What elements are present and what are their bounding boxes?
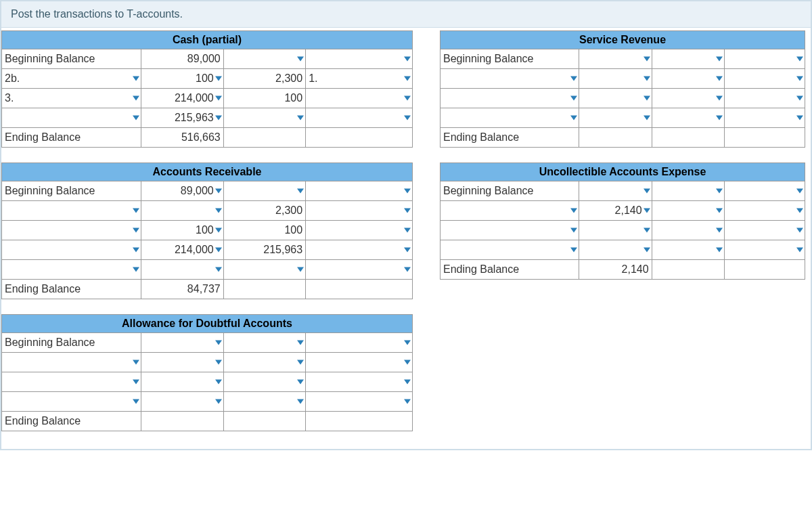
debit-label-cell[interactable]: Beginning Balance xyxy=(2,333,141,353)
debit-label-cell[interactable]: Beginning Balance xyxy=(441,49,579,69)
debit-amount-cell[interactable] xyxy=(579,89,652,108)
debit-label-cell[interactable]: Beginning Balance xyxy=(2,49,141,69)
credit-amount-cell[interactable]: 100 xyxy=(223,221,305,240)
debit-amount-cell[interactable] xyxy=(579,108,652,128)
debit-label-cell[interactable]: 2b. xyxy=(2,69,141,89)
credit-amount-cell[interactable] xyxy=(223,392,305,412)
credit-amount-cell[interactable] xyxy=(223,353,305,372)
ending-debit-cell[interactable] xyxy=(141,412,223,431)
debit-label-cell[interactable] xyxy=(2,221,141,240)
ending-debit-cell[interactable]: 2,140 xyxy=(579,260,652,280)
credit-label-cell[interactable] xyxy=(725,108,805,128)
credit-label-cell[interactable] xyxy=(725,89,805,108)
credit-amount-cell[interactable] xyxy=(652,49,725,69)
credit-label-cell[interactable] xyxy=(306,392,413,412)
debit-label-cell[interactable] xyxy=(441,69,579,89)
ending-credit-cell[interactable] xyxy=(223,412,305,431)
credit-amount-cell[interactable] xyxy=(652,201,725,221)
debit-label-cell[interactable] xyxy=(2,260,141,280)
ending-debit-cell[interactable] xyxy=(579,128,652,148)
t-account-table: Beginning Balance 2,140 xyxy=(440,181,805,280)
credit-label-cell[interactable] xyxy=(306,333,413,353)
debit-label-cell[interactable]: Beginning Balance xyxy=(441,181,579,201)
credit-label-cell[interactable] xyxy=(306,260,413,280)
debit-label-cell[interactable] xyxy=(2,353,141,372)
credit-label-cell[interactable] xyxy=(306,49,413,69)
credit-label-cell[interactable]: 1. xyxy=(306,69,413,89)
credit-amount-cell[interactable] xyxy=(223,372,305,392)
credit-label-cell[interactable] xyxy=(725,201,805,221)
ending-credit-cell[interactable] xyxy=(223,280,305,299)
debit-amount-cell[interactable] xyxy=(579,69,652,89)
credit-amount-cell[interactable] xyxy=(652,108,725,128)
debit-amount-cell[interactable] xyxy=(141,201,223,221)
debit-amount-cell[interactable] xyxy=(579,181,652,201)
table-row xyxy=(441,69,805,89)
credit-label-cell[interactable] xyxy=(306,201,413,221)
debit-label-cell[interactable] xyxy=(441,201,579,221)
debit-amount-cell[interactable]: 100 xyxy=(141,221,223,240)
debit-amount-cell[interactable]: 214,000 xyxy=(141,240,223,260)
credit-amount-cell[interactable] xyxy=(223,260,305,280)
debit-label-cell[interactable] xyxy=(441,108,579,128)
credit-label-cell[interactable] xyxy=(306,181,413,201)
credit-label-cell[interactable] xyxy=(725,181,805,201)
debit-label-cell[interactable] xyxy=(2,392,141,412)
credit-label-cell[interactable] xyxy=(306,89,413,108)
credit-amount-cell[interactable] xyxy=(652,69,725,89)
ending-credit-cell[interactable] xyxy=(223,128,305,148)
credit-amount-cell[interactable] xyxy=(223,108,305,128)
debit-label-cell[interactable]: Beginning Balance xyxy=(2,181,141,201)
credit-label-cell[interactable] xyxy=(306,221,413,240)
debit-amount-cell[interactable]: 100 xyxy=(141,69,223,89)
credit-amount-cell[interactable] xyxy=(652,89,725,108)
debit-label-cell[interactable] xyxy=(2,372,141,392)
debit-amount-cell[interactable] xyxy=(579,49,652,69)
ending-credit-cell[interactable] xyxy=(652,260,725,280)
ending-debit-cell[interactable]: 84,737 xyxy=(141,280,223,299)
instruction-text: Post the transactions to T-accounts. xyxy=(1,1,811,28)
debit-amount-cell[interactable] xyxy=(141,392,223,412)
debit-amount-cell[interactable] xyxy=(141,333,223,353)
credit-amount-cell[interactable] xyxy=(223,181,305,201)
credit-label-cell[interactable] xyxy=(725,69,805,89)
credit-amount-cell[interactable]: 2,300 xyxy=(223,69,305,89)
debit-label-cell[interactable]: 3. xyxy=(2,89,141,108)
account-title: Accounts Receivable xyxy=(1,162,413,181)
credit-label-cell[interactable] xyxy=(306,372,413,392)
ending-debit-cell[interactable]: 516,663 xyxy=(141,128,223,148)
debit-amount-cell[interactable] xyxy=(141,260,223,280)
debit-label-cell[interactable] xyxy=(441,240,579,260)
debit-label-cell[interactable] xyxy=(2,108,141,128)
credit-amount-cell[interactable] xyxy=(652,221,725,240)
debit-amount-cell[interactable]: 89,000 xyxy=(141,49,223,69)
credit-amount-cell[interactable]: 100 xyxy=(223,89,305,108)
ending-credit-cell[interactable] xyxy=(652,128,725,148)
credit-label-cell[interactable] xyxy=(725,240,805,260)
credit-label-cell[interactable] xyxy=(725,221,805,240)
debit-amount-cell[interactable] xyxy=(141,372,223,392)
debit-amount-cell[interactable] xyxy=(579,240,652,260)
credit-label-cell[interactable] xyxy=(306,353,413,372)
credit-amount-cell[interactable] xyxy=(652,240,725,260)
ending-label-cell: Ending Balance xyxy=(441,128,579,148)
debit-label-cell[interactable] xyxy=(2,240,141,260)
credit-label-cell[interactable] xyxy=(725,49,805,69)
debit-amount-cell[interactable] xyxy=(579,221,652,240)
debit-amount-cell[interactable] xyxy=(141,353,223,372)
credit-label-cell[interactable] xyxy=(306,240,413,260)
credit-amount-cell[interactable] xyxy=(223,49,305,69)
table-row: 2b. 100 2,300 1. xyxy=(2,69,413,89)
debit-label-cell[interactable] xyxy=(2,201,141,221)
debit-label-cell[interactable] xyxy=(441,89,579,108)
credit-amount-cell[interactable] xyxy=(652,181,725,201)
debit-amount-cell[interactable]: 215,963 xyxy=(141,108,223,128)
debit-amount-cell[interactable]: 2,140 xyxy=(579,201,652,221)
debit-amount-cell[interactable]: 89,000 xyxy=(141,181,223,201)
credit-amount-cell[interactable]: 215,963 xyxy=(223,240,305,260)
credit-label-cell[interactable] xyxy=(306,108,413,128)
credit-amount-cell[interactable] xyxy=(223,333,305,353)
debit-amount-cell[interactable]: 214,000 xyxy=(141,89,223,108)
debit-label-cell[interactable] xyxy=(441,221,579,240)
credit-amount-cell[interactable]: 2,300 xyxy=(223,201,305,221)
